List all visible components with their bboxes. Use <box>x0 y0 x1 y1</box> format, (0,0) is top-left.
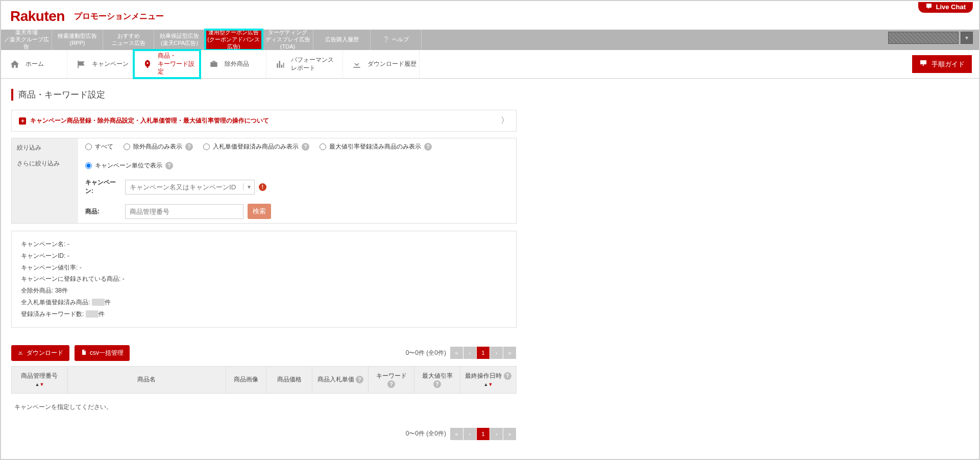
subnav-home[interactable]: ホーム <box>1 50 67 78</box>
plus-icon: ＋ <box>19 117 26 125</box>
pager-last[interactable]: » <box>503 347 517 359</box>
campaign-combo[interactable]: ▾ <box>125 180 255 195</box>
bar-chart-icon <box>275 59 286 70</box>
subnav-download-history[interactable]: ダウンロード履歴 <box>343 50 420 78</box>
briefcase-icon <box>208 59 219 70</box>
help-icon[interactable]: ? <box>302 143 309 151</box>
csv-batch-button[interactable]: csv一括管理 <box>75 345 130 361</box>
pager-last[interactable]: » <box>503 428 517 440</box>
summary-panel: キャンペーン名: - キャンペーンID: - キャンペーン値引率: - キャンペ… <box>11 231 517 328</box>
topnav-rpp[interactable]: 検索連動型広告(RPP) <box>52 30 103 50</box>
home-icon <box>9 59 20 70</box>
radio-excluded[interactable]: 除外商品のみ表示? <box>124 142 193 151</box>
account-widget: ▾ <box>888 32 973 44</box>
th-keyword[interactable]: キーワード ? <box>369 366 414 393</box>
topnav-cpa[interactable]: 効果保証型広告(楽天CPA広告) <box>154 30 205 50</box>
page-title: 商品・キーワード設定 <box>11 89 969 101</box>
pager-page-1[interactable]: 1 <box>477 347 490 359</box>
summary-camp-prod: キャンペーンに登録されている商品: - <box>21 273 507 285</box>
radio-row: すべて 除外商品のみ表示? 入札単価登録済み商品のみ表示? 最大値引率登録済み商… <box>78 138 516 174</box>
summary-camp-name: キャンペーン名: - <box>21 238 507 250</box>
results-table: 商品管理番号▲▼ 商品名 商品画像 商品価格 商品入札単価 ? キーワード ? … <box>11 366 517 394</box>
live-chat-label: Live Chat <box>936 3 966 11</box>
th-product-id[interactable]: 商品管理番号▲▼ <box>12 366 68 393</box>
topnav-tda[interactable]: ターゲティングディスプレイ広告(TDA) <box>262 30 313 50</box>
header-subtitle: プロモーションメニュー <box>74 11 164 22</box>
content-area: 商品・キーワード設定 ＋ キャンペーン商品登録・除外商品設定・入札単価管理・最大… <box>1 79 979 450</box>
campaign-label: キャンペーン: <box>85 178 121 196</box>
live-chat-button[interactable]: Live Chat <box>918 2 973 13</box>
help-icon[interactable]: ? <box>387 380 395 388</box>
filter-label-1: 絞り込み <box>12 138 78 157</box>
chevron-right-icon: 〉 <box>501 115 509 126</box>
pager-next[interactable]: › <box>490 428 503 440</box>
campaign-input[interactable] <box>126 180 243 194</box>
radio-all[interactable]: すべて <box>85 142 113 151</box>
subnav-excluded[interactable]: 除外商品 <box>200 50 266 78</box>
search-button[interactable]: 検索 <box>248 204 271 219</box>
pager-prev[interactable]: ‹ <box>463 428 477 440</box>
topnav-help[interactable]: ❔ ヘルプ <box>371 30 422 50</box>
rakuten-logo: Rakuten <box>10 8 65 25</box>
summary-kw: 登録済みキーワード数: 00件 <box>21 308 507 320</box>
summary-all-bid: 全入札単価登録済み商品: 00件 <box>21 297 507 308</box>
radio-campaign-unit[interactable]: キャンペーン単位で表示? <box>85 161 173 170</box>
pager-first[interactable]: « <box>450 347 463 359</box>
subnav-campaign[interactable]: キャンペーン <box>67 50 134 78</box>
info-bar-label: キャンペーン商品登録・除外商品設定・入札単価管理・最大値引率管理の操作について <box>30 116 269 125</box>
product-label: 商品: <box>85 207 121 216</box>
pager-text: 0〜0件 (全0件) <box>406 429 446 438</box>
guide-button[interactable]: 手順ガイド <box>912 55 972 73</box>
chevron-down-icon[interactable]: ▾ <box>243 183 254 190</box>
help-icon[interactable]: ? <box>185 143 193 151</box>
help-icon[interactable]: ? <box>433 380 441 388</box>
th-max-discount[interactable]: 最大値引率 ? <box>414 366 460 393</box>
th-product-name[interactable]: 商品名 <box>67 366 226 393</box>
th-last-op[interactable]: 最終操作日時 ?▲▼ <box>460 366 517 393</box>
rocket-icon <box>142 59 153 70</box>
topnav-coupon-advance[interactable]: 運用型クーポン広告(クーポンアドバンス広告) <box>205 30 262 50</box>
help-icon[interactable]: ? <box>504 372 511 380</box>
pager-first[interactable]: « <box>450 428 463 440</box>
empty-message: キャンペーンを指定してください。 <box>11 394 969 421</box>
file-icon <box>81 349 87 357</box>
top-nav: 楽天市場／楽天グループ広告 検索連動型広告(RPP) おすすめニュース広告 効果… <box>1 30 979 50</box>
topnav-rakuten-market[interactable]: 楽天市場／楽天グループ広告 <box>1 30 52 50</box>
product-input[interactable] <box>126 205 243 219</box>
account-name-blurred[interactable] <box>888 32 959 44</box>
pager-top: 0〜0件 (全0件) « ‹ 1 › » <box>406 347 517 359</box>
sort-icons: ▲▼ <box>484 380 493 388</box>
warning-icon: ! <box>259 183 266 191</box>
pager-page-1[interactable]: 1 <box>477 428 490 440</box>
help-icon[interactable]: ? <box>356 376 363 383</box>
radio-bid[interactable]: 入札単価登録済み商品のみ表示? <box>203 142 309 151</box>
help-icon[interactable]: ? <box>165 162 173 170</box>
filter-label-2: さらに絞り込み <box>12 157 78 173</box>
subnav-performance[interactable]: パフォーマンス レポート <box>266 50 343 78</box>
th-product-price[interactable]: 商品価格 <box>266 366 312 393</box>
pager-bottom: 0〜0件 (全0件) « ‹ 1 › » <box>406 428 517 440</box>
subnav-product-keyword[interactable]: 商品・ キーワード設定 <box>134 50 200 78</box>
board-icon <box>919 59 927 69</box>
filter-panel: 絞り込み さらに絞り込み すべて 除外商品のみ表示? 入札単価登録済み商品のみ表… <box>11 138 517 224</box>
download-icon <box>17 349 23 357</box>
download-icon <box>351 59 362 70</box>
summary-all-excl: 全除外商品: 38件 <box>21 285 507 297</box>
info-accordion[interactable]: ＋ キャンペーン商品登録・除外商品設定・入札単価管理・最大値引率管理の操作につい… <box>11 110 517 132</box>
actions-row: ダウンロード csv一括管理 0〜0件 (全0件) « ‹ 1 › » <box>11 345 517 361</box>
blurred-count: 00 <box>92 299 105 306</box>
topnav-news-ad[interactable]: おすすめニュース広告 <box>103 30 154 50</box>
account-dropdown[interactable]: ▾ <box>961 32 973 44</box>
sub-nav: ホーム キャンペーン 商品・ キーワード設定 除外商品 パフォーマンス レポート… <box>1 50 979 79</box>
th-product-image[interactable]: 商品画像 <box>226 366 266 393</box>
th-bid-price[interactable]: 商品入札単価 ? <box>312 366 369 393</box>
pager-prev[interactable]: ‹ <box>463 347 477 359</box>
pager-next[interactable]: › <box>490 347 503 359</box>
radio-maxdiscount[interactable]: 最大値引率登録済み商品のみ表示? <box>320 142 432 151</box>
flag-icon <box>76 59 87 70</box>
download-button[interactable]: ダウンロード <box>11 345 69 361</box>
chat-icon <box>925 3 933 11</box>
help-icon[interactable]: ? <box>424 143 432 151</box>
topnav-purchase-history[interactable]: 広告購入履歴 <box>313 30 371 50</box>
pager-text: 0〜0件 (全0件) <box>406 349 446 357</box>
